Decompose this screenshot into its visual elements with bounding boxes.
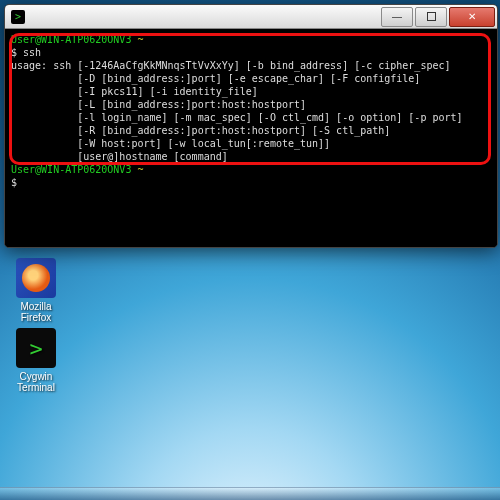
prompt-user: User@WIN-ATP0620ONV3: [11, 34, 131, 45]
command-text: ssh: [23, 47, 41, 58]
close-button[interactable]: ✕: [449, 7, 495, 27]
terminal-line: $ ssh: [11, 46, 491, 59]
minimize-button[interactable]: —: [381, 7, 413, 27]
close-icon: ✕: [468, 11, 476, 22]
firefox-icon: [16, 258, 56, 298]
maximize-button[interactable]: [415, 7, 447, 27]
minimize-icon: —: [392, 11, 402, 22]
app-icon: >: [11, 10, 25, 24]
desktop-icon-firefox[interactable]: Mozilla Firefox: [6, 258, 66, 323]
usage-line: usage: ssh [-1246AaCfgKkMNnqsTtVvXxYy] […: [11, 59, 491, 72]
usage-line: [-D [bind_address:]port] [-e escape_char…: [11, 72, 491, 85]
usage-line: [-I pkcs11] [-i identity_file]: [11, 85, 491, 98]
desktop-icon-cygwin[interactable]: > Cygwin Terminal: [6, 328, 66, 393]
maximize-icon: [427, 12, 436, 21]
terminal-line: User@WIN-ATP0620ONV3 ~: [11, 33, 491, 46]
prompt-symbol: $: [11, 176, 491, 189]
cygwin-icon: >: [16, 328, 56, 368]
usage-line: [-W host:port] [-w local_tun[:remote_tun…: [11, 137, 491, 150]
prompt-user: User@WIN-ATP0620ONV3: [11, 164, 131, 175]
usage-line: [-l login_name] [-m mac_spec] [-O ctl_cm…: [11, 111, 491, 124]
prompt-path: ~: [137, 34, 143, 45]
window-controls: — ✕: [379, 7, 495, 27]
usage-line: [user@]hostname [command]: [11, 150, 491, 163]
usage-line: [-L [bind_address:]port:host:hostport]: [11, 98, 491, 111]
cygwin-terminal-window: > — ✕ User@WIN-ATP0620ONV3 ~ $ ssh usage…: [4, 4, 498, 248]
terminal-line: User@WIN-ATP0620ONV3 ~: [11, 163, 491, 176]
desktop-icon-label: Cygwin Terminal: [6, 371, 66, 393]
prompt-symbol: $: [11, 47, 23, 58]
desktop-icon-label: Mozilla Firefox: [6, 301, 66, 323]
prompt-path: ~: [137, 164, 143, 175]
taskbar[interactable]: [0, 487, 500, 500]
terminal-body[interactable]: User@WIN-ATP0620ONV3 ~ $ ssh usage: ssh …: [5, 29, 497, 247]
window-titlebar[interactable]: > — ✕: [5, 5, 497, 29]
usage-line: [-R [bind_address:]port:host:hostport] […: [11, 124, 491, 137]
